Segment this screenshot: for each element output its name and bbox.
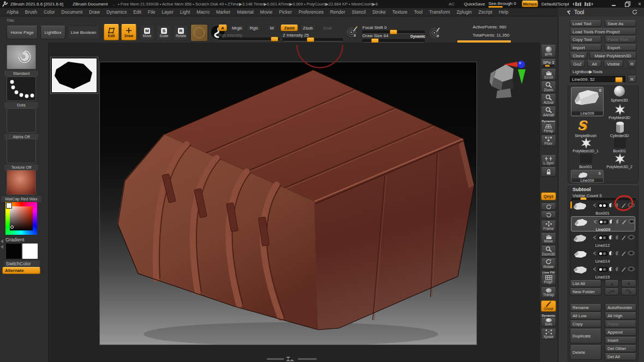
contrast-toggle-icon[interactable] (609, 235, 613, 240)
palette-scroll-left-icon[interactable] (571, 2, 582, 7)
subtool-row-line015[interactable]: Line015 (570, 264, 635, 280)
mrgb-button[interactable]: Mrgb (229, 25, 245, 31)
menu-marker[interactable]: Marker (216, 9, 230, 15)
menu-layer[interactable]: Layer (162, 9, 174, 15)
paintbrush-toggle-icon[interactable] (621, 235, 627, 240)
tool-item-box001-b[interactable] (580, 154, 592, 164)
contrast-toggle-icon[interactable] (609, 267, 613, 271)
zcut-button[interactable]: Zcut (323, 26, 332, 31)
tool-item-box001-a[interactable] (614, 138, 626, 148)
default-zscript-button[interactable]: DefaultZScript (541, 2, 569, 7)
tool-item-polymesh3d[interactable] (614, 104, 626, 116)
canvas-area[interactable] (49, 43, 539, 362)
append-button[interactable]: Append (605, 329, 636, 336)
copy-tool-button[interactable]: Copy Tool (570, 36, 601, 43)
ghost-toggle-icon[interactable] (616, 251, 620, 256)
menu-stroke[interactable]: Stroke (372, 9, 386, 15)
secondary-color-swatch[interactable] (22, 243, 38, 259)
tool-panel-title[interactable]: Tool (574, 9, 584, 15)
axis-gizmo[interactable] (503, 57, 531, 85)
move-out-folder-button[interactable] (621, 288, 636, 295)
subtool-drag-icon[interactable] (593, 267, 597, 271)
load-tool-button[interactable]: Load Tool (570, 20, 601, 27)
del-other-button[interactable]: Del Other (605, 345, 636, 352)
canvas-bottom-scrollbar-right[interactable] (298, 358, 317, 360)
subtool-drag-icon[interactable] (593, 219, 598, 224)
menu-texture[interactable]: Texture (392, 9, 408, 15)
menu-tool[interactable]: Tool (414, 9, 423, 15)
rgb-button[interactable]: Rgb (247, 25, 261, 31)
tool-slider-r-button[interactable]: R (628, 76, 636, 82)
duplicate-button[interactable]: Duplicate (570, 329, 601, 343)
polypaint-toggle[interactable] (598, 251, 608, 256)
spix-slider-handle[interactable] (545, 65, 550, 67)
menu-movie[interactable]: Movie (260, 9, 273, 15)
visibility-eye-icon[interactable] (628, 251, 635, 256)
see-through-slider[interactable]: See-through 0 (488, 1, 516, 6)
tool-item-recent-line009[interactable]: 6 Line009 (571, 170, 604, 183)
zoom3d-button[interactable]: Zoom3D (541, 246, 556, 257)
xpose-button[interactable]: Xpose (541, 329, 556, 340)
solo-button[interactable]: Solo (541, 318, 556, 327)
menu-dynamics[interactable]: Dynamics (106, 9, 127, 15)
color-picker[interactable] (5, 202, 37, 235)
draw-size-picker-icon[interactable]: D (429, 26, 441, 38)
menus-button[interactable]: Menus (522, 1, 538, 7)
subtool-row-line014[interactable]: Line014 (570, 248, 635, 264)
menu-render[interactable]: Render (330, 9, 345, 15)
polypaint-toggle[interactable] (598, 267, 608, 272)
zoom-button[interactable]: Zoom (541, 81, 556, 93)
contrast-toggle-icon[interactable] (610, 219, 614, 224)
stroke-thumbnail-dots[interactable] (7, 76, 36, 101)
tool-slider[interactable]: Line009. 52 (570, 76, 625, 83)
live-boolean-button[interactable]: Live Boolean (68, 26, 99, 39)
tray-divider-handle[interactable] (0, 238, 4, 250)
rotate-canvas-button[interactable]: Rotate (541, 258, 556, 269)
polypaint-toggle[interactable] (599, 219, 609, 224)
paintbrush-toggle-icon[interactable] (621, 266, 627, 272)
tool-item-polymesh3d-2[interactable] (614, 153, 626, 165)
move-canvas-button[interactable]: Move (541, 233, 556, 244)
home-page-button[interactable]: Home Page (7, 26, 38, 39)
menu-color[interactable]: Color (44, 9, 55, 15)
ghost-toggle-icon[interactable] (616, 235, 620, 240)
paintbrush-toggle-icon[interactable] (622, 219, 627, 224)
restore-button[interactable] (624, 1, 631, 7)
paste-tool-button[interactable]: Paste Tool (605, 36, 636, 43)
menu-draw[interactable]: Draw (89, 9, 100, 15)
menu-zscript[interactable]: Zscript (478, 9, 492, 15)
stroke-picker-icon[interactable]: S (346, 26, 358, 38)
visibility-eye-icon[interactable] (628, 219, 635, 224)
subtool-drag-icon[interactable] (593, 251, 597, 256)
close-button[interactable]: × (636, 1, 643, 7)
subtool-header[interactable]: Subtool (573, 187, 591, 192)
menu-macro[interactable]: Macro (196, 9, 210, 15)
document-thumbnail[interactable] (51, 57, 98, 93)
floor-button[interactable]: Floor (541, 135, 556, 146)
paintbrush-toggle-icon[interactable] (621, 251, 627, 256)
document-viewport[interactable] (99, 62, 477, 345)
ghost-button[interactable]: Ghost (541, 300, 556, 312)
goz-visible-button[interactable]: Visible (604, 61, 623, 67)
goz-button[interactable]: GoZ (570, 61, 585, 67)
move-to-folder-button[interactable] (605, 288, 619, 295)
tool-slider-handle[interactable] (615, 77, 623, 82)
menu-help[interactable]: Help (499, 9, 508, 15)
menu-document[interactable]: Document (61, 9, 82, 15)
clone-button[interactable]: Clone (570, 52, 587, 59)
ghost-toggle-icon[interactable] (616, 267, 620, 271)
z-intensity-handle[interactable] (307, 37, 314, 42)
goz-r-button[interactable]: R (628, 61, 636, 67)
tool-item-polymesh3d-1[interactable] (580, 137, 592, 149)
color-picker-sv-square[interactable] (10, 206, 33, 230)
ghost-toggle-icon[interactable] (616, 219, 621, 224)
canvas-divider-arrows[interactable] (285, 357, 296, 361)
rotate-button[interactable]: R Rotate (174, 25, 188, 40)
sculpt-model[interactable] (100, 62, 476, 345)
quicksave-button[interactable]: QuickSave (464, 2, 485, 7)
transp-button[interactable]: Transp (541, 287, 556, 298)
menu-material[interactable]: Material (237, 9, 253, 15)
tool-item-current[interactable]: 6 Line009 (571, 87, 604, 116)
menu-light[interactable]: Light (180, 9, 190, 15)
zsub-button[interactable]: Zsub (300, 25, 315, 31)
